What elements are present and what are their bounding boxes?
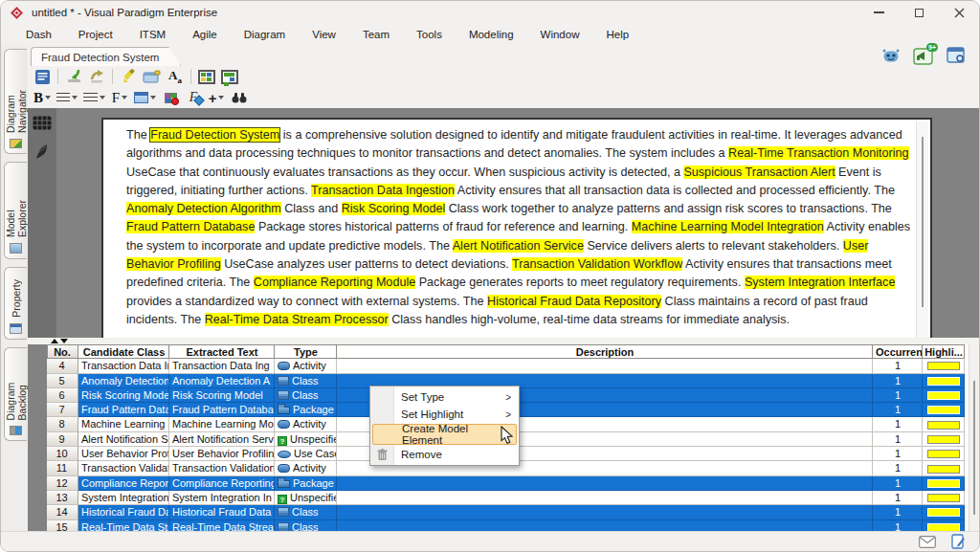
alignment-button[interactable] <box>55 88 79 107</box>
panel-splitter[interactable] <box>28 338 979 344</box>
sidebar-tab-diagram-navigator[interactable]: Diagram Navigator <box>4 49 27 154</box>
menu-help[interactable]: Help <box>592 24 642 45</box>
column-header-hl[interactable]: Highli... <box>923 344 965 359</box>
splitter-collapse-icon[interactable] <box>51 339 58 343</box>
text-analysis-button[interactable] <box>32 67 53 86</box>
menu-dash[interactable]: Dash <box>12 24 65 45</box>
extracted-text-cell[interactable]: Anomaly Detection A <box>169 374 275 388</box>
format-painter-button[interactable]: F <box>183 88 204 107</box>
candidate-class-cell[interactable]: User Behavior Profil <box>78 447 169 461</box>
candidate-class-cell[interactable]: Fraud Pattern Data <box>78 403 169 417</box>
highlight-cell[interactable] <box>923 461 965 475</box>
type-cell[interactable]: Package <box>275 476 337 491</box>
edit-document-icon[interactable] <box>951 534 966 549</box>
message-envelope-icon[interactable] <box>919 536 936 548</box>
minimize-button[interactable] <box>858 1 899 24</box>
sidebar-tab-diagram-backlog[interactable]: Diagram Backlog <box>4 347 27 441</box>
highlight-cell[interactable] <box>923 403 965 417</box>
sidebar-tab-model-explorer[interactable]: Model Explorer <box>4 162 27 259</box>
announcements-button[interactable]: 9+ <box>912 46 935 65</box>
extracted-text-cell[interactable]: System Integration In <box>169 491 275 505</box>
description-cell[interactable] <box>337 491 873 505</box>
extracted-text-cell[interactable]: Compliance Reporting <box>169 476 275 491</box>
maximize-button[interactable] <box>899 1 939 24</box>
menu-team[interactable]: Team <box>349 24 403 45</box>
diagram-tab[interactable]: Fraud Detection System <box>31 47 181 66</box>
panel-view-button[interactable] <box>945 46 968 65</box>
candidate-class-cell[interactable]: Compliance Reporti <box>78 476 169 491</box>
column-header-type[interactable]: Type <box>275 344 337 359</box>
extracted-text-cell[interactable]: Machine Learning Mo <box>169 417 275 431</box>
menu-item-set-highlight[interactable]: Set Highlight> <box>370 406 519 423</box>
menu-modeling[interactable]: Modeling <box>456 24 527 45</box>
highlight-cell[interactable] <box>923 374 965 388</box>
menu-project[interactable]: Project <box>65 24 126 45</box>
description-cell[interactable] <box>337 359 873 373</box>
column-header-no[interactable]: No. <box>47 344 78 359</box>
grid-tool-icon[interactable] <box>33 116 52 130</box>
menu-itsm[interactable]: ITSM <box>126 24 179 45</box>
extracted-text-cell[interactable]: Risk Scoring Model <box>169 388 275 403</box>
color-button[interactable] <box>160 88 181 107</box>
candidate-class-cell[interactable]: Anomaly Detection <box>78 374 169 388</box>
highlight-cell[interactable] <box>923 447 965 461</box>
document-scrollbar[interactable] <box>916 121 928 338</box>
table-row[interactable]: 12Compliance ReportiCompliance Reporting… <box>47 476 965 491</box>
type-cell[interactable]: Class <box>275 388 337 403</box>
table-row[interactable]: 14Historical Fraud DatHistorical Fraud D… <box>47 505 965 519</box>
description-cell[interactable] <box>337 476 873 491</box>
diagram-canvas[interactable]: The Fraud Detection System is a comprehe… <box>28 108 979 338</box>
scrollbar-thumb[interactable] <box>973 381 975 515</box>
extracted-text-cell[interactable]: Fraud Pattern Databa <box>169 403 275 417</box>
highlight-cell[interactable] <box>923 432 965 447</box>
menu-diagram[interactable]: Diagram <box>231 24 299 45</box>
highlight-cell[interactable] <box>923 417 965 431</box>
menu-item-create-model-element[interactable]: Create Model Element <box>372 424 517 445</box>
extracted-text-cell[interactable]: Alert Notification Serv <box>169 432 275 447</box>
quill-pen-icon[interactable] <box>34 144 50 161</box>
highlight-cell[interactable] <box>923 476 965 491</box>
candidate-class-cell[interactable]: Risk Scoring Model <box>78 388 169 403</box>
column-header-cand[interactable]: Candidate Class <box>78 344 169 359</box>
import-button[interactable] <box>63 67 84 86</box>
candidate-class-cell[interactable]: Alert Notification Se <box>78 432 169 447</box>
table-row[interactable]: 4Transaction Data InTransaction Data Ing… <box>47 359 965 373</box>
font-button[interactable]: Aa <box>165 67 186 86</box>
model-structure-button[interactable] <box>219 67 240 86</box>
column-header-ext[interactable]: Extracted Text <box>169 344 275 359</box>
splitter-expand-icon[interactable] <box>60 339 68 343</box>
candidate-class-cell[interactable]: Historical Fraud Dat <box>78 505 169 519</box>
highlighter-button[interactable] <box>118 67 139 86</box>
extracted-text-cell[interactable]: User Behavior Profilin <box>169 447 275 461</box>
list-button[interactable] <box>81 88 107 107</box>
extracted-text-cell[interactable]: Historical Fraud Data <box>169 505 275 519</box>
extracted-text-cell[interactable]: Transaction Validation <box>169 461 275 475</box>
menu-item-remove[interactable]: Remove <box>370 446 519 463</box>
add-element-button[interactable]: + <box>206 88 227 107</box>
table-scrollbar[interactable] <box>969 344 979 533</box>
font-style-button[interactable]: F <box>109 88 130 107</box>
type-cell[interactable]: Class <box>275 505 337 519</box>
column-header-desc[interactable]: Description <box>337 344 873 359</box>
candidate-class-cell[interactable]: System Integration <box>78 491 169 505</box>
highlight-cell[interactable] <box>923 359 965 373</box>
type-cell[interactable]: Class <box>275 374 337 388</box>
candidate-class-cell[interactable]: Transaction Data In <box>78 359 169 373</box>
highlight-cell[interactable] <box>923 505 965 519</box>
scrollbar-thumb[interactable] <box>922 137 924 307</box>
table-row[interactable]: 13System IntegrationSystem Integration I… <box>47 491 965 505</box>
extracted-text-cell[interactable]: Transaction Data Ing <box>169 359 275 373</box>
highlight-cell[interactable] <box>923 491 965 505</box>
sidebar-tab-property[interactable]: Property <box>4 267 27 340</box>
find-button[interactable] <box>229 88 250 107</box>
bold-button[interactable]: B <box>32 88 53 107</box>
redo-button[interactable] <box>86 67 107 86</box>
menu-tools[interactable]: Tools <box>403 24 456 45</box>
menu-window[interactable]: Window <box>527 24 593 45</box>
note-button[interactable] <box>141 67 163 86</box>
column-header-occ[interactable]: Occurrence <box>873 344 923 359</box>
type-cell[interactable]: ?Unspecified <box>275 491 337 505</box>
highlight-cell[interactable] <box>923 388 965 403</box>
type-cell[interactable]: Use Case <box>275 447 337 461</box>
close-button[interactable] <box>939 1 979 24</box>
